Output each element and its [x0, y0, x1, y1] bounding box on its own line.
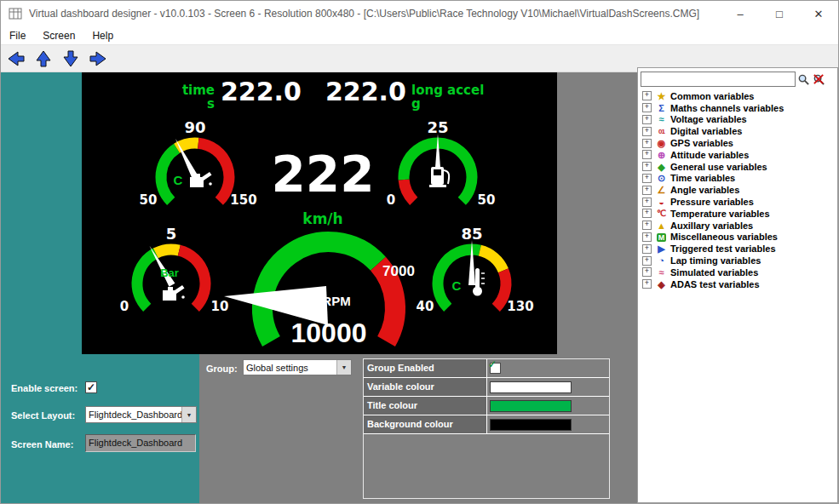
- maximize-button[interactable]: □: [760, 1, 799, 26]
- title-bar: Virtual dashboard designer - v10.0.103 -…: [1, 1, 838, 26]
- minimize-button[interactable]: –: [721, 1, 760, 26]
- search-icon: [797, 73, 810, 86]
- tree-item-attitude[interactable]: Attitude variables: [642, 149, 836, 161]
- clear-search-button[interactable]: [811, 72, 826, 87]
- chevron-down-icon[interactable]: [181, 407, 196, 422]
- background-colour-swatch[interactable]: [490, 419, 572, 431]
- lap-timing-icon: [655, 255, 668, 266]
- tree-item-label: Digital variables: [670, 126, 742, 136]
- expand-icon[interactable]: [642, 186, 652, 195]
- group-dropdown[interactable]: Global settings: [243, 359, 352, 375]
- group-label: Group:: [206, 364, 238, 374]
- expand-icon[interactable]: [642, 91, 652, 100]
- maths-channels-icon: [655, 103, 668, 113]
- variable-colour-swatch[interactable]: [490, 381, 572, 393]
- property-value: [487, 359, 609, 377]
- arrow-up-icon: [33, 49, 54, 69]
- search-input[interactable]: [641, 72, 796, 87]
- expand-icon[interactable]: [642, 244, 652, 254]
- rpm-value: 10000: [291, 318, 367, 348]
- left-margin-panel: [1, 72, 82, 354]
- triggered-test-icon: [655, 243, 668, 254]
- tree-item-label: GPS variables: [670, 138, 733, 148]
- tree-item-label: Temperature variables: [670, 209, 770, 219]
- chevron-down-icon[interactable]: [336, 360, 351, 375]
- tree-item-digital[interactable]: Digital variables: [642, 125, 836, 137]
- tree-item-miscellaneous[interactable]: Miscellaneous variables: [642, 232, 836, 243]
- app-icon: [9, 7, 22, 20]
- expand-icon[interactable]: [642, 115, 652, 124]
- time-label: time s: [167, 83, 215, 111]
- digital-icon: [655, 125, 668, 137]
- rpm-label: RPM: [322, 294, 350, 308]
- tree-item-gps[interactable]: GPS variables: [642, 137, 836, 149]
- menu-help[interactable]: Help: [83, 30, 122, 42]
- expand-icon[interactable]: [642, 232, 652, 242]
- tree-item-label: Miscellaneous variables: [670, 232, 778, 242]
- property-name: Group Enabled: [364, 359, 487, 377]
- search-button[interactable]: [796, 72, 811, 87]
- tree-item-adas-test[interactable]: ADAS test variables: [642, 278, 836, 290]
- close-button[interactable]: ✕: [799, 1, 838, 26]
- water-temp-gauge: C: [421, 231, 523, 337]
- expand-icon[interactable]: [642, 267, 652, 277]
- tree-item-simulated[interactable]: Simulated variables: [642, 266, 836, 278]
- screen-name-label: Screen Name:: [11, 439, 73, 450]
- tree-item-auxillary[interactable]: Auxillary variables: [642, 220, 836, 232]
- general-use-icon: [655, 162, 668, 172]
- angle-icon: [655, 185, 668, 195]
- tree-item-temperature[interactable]: Temperature variables: [642, 208, 836, 220]
- tree-item-angle[interactable]: Angle variables: [642, 184, 836, 196]
- tree-item-voltage[interactable]: Voltage variables: [642, 114, 836, 126]
- expand-icon[interactable]: [642, 103, 652, 112]
- tree-item-triggered-test[interactable]: Triggered test variables: [642, 243, 836, 255]
- property-value: [487, 378, 609, 396]
- menu-file[interactable]: File: [1, 30, 34, 42]
- tree-item-label: Lap timing variables: [670, 255, 761, 266]
- property-row-variable-colour: Variable colour: [364, 378, 609, 397]
- app-window: Virtual dashboard designer - v10.0.103 -…: [0, 0, 839, 504]
- expand-icon[interactable]: [642, 162, 652, 171]
- expand-icon[interactable]: [642, 279, 652, 289]
- oil-temp-unit: C: [174, 173, 183, 187]
- window-title: Virtual dashboard designer - v10.0.103 -…: [29, 8, 699, 20]
- nav-right-button[interactable]: [86, 47, 110, 71]
- search-clear-icon: [813, 73, 825, 86]
- tree-item-label: Simulated variables: [670, 267, 758, 278]
- enable-screen-checkbox[interactable]: [85, 381, 97, 393]
- enable-screen-label: Enable screen:: [11, 383, 78, 393]
- menu-screen[interactable]: Screen: [34, 30, 83, 42]
- layout-dropdown[interactable]: Flightdeck_Dashboard: [85, 406, 197, 423]
- oil-temp-gauge: C: [144, 124, 246, 231]
- expand-icon[interactable]: [642, 209, 652, 218]
- tree-item-label: Voltage variables: [670, 114, 747, 124]
- expand-icon[interactable]: [642, 220, 652, 230]
- tree-item-pressure[interactable]: Pressure variables: [642, 196, 836, 208]
- tree-item-label: ADAS test variables: [670, 279, 760, 289]
- tree-item-common[interactable]: Common variables: [642, 90, 836, 102]
- expand-icon[interactable]: [642, 174, 652, 183]
- screen-name-input[interactable]: Flightdeck_Dashboard: [85, 434, 196, 452]
- nav-down-button[interactable]: [59, 47, 83, 71]
- expand-icon[interactable]: [642, 139, 652, 148]
- variables-panel: Common variables Maths channels variable…: [637, 67, 838, 503]
- tree-item-time[interactable]: Time variables: [642, 173, 836, 185]
- menu-bar: File Screen Help: [1, 26, 838, 45]
- nav-left-button[interactable]: [4, 47, 28, 71]
- expand-icon[interactable]: [642, 256, 652, 266]
- title-colour-swatch[interactable]: [490, 400, 572, 412]
- tree-item-label: Triggered test variables: [670, 243, 776, 254]
- expand-icon[interactable]: [642, 150, 652, 159]
- tree-item-general-use[interactable]: General use variables: [642, 161, 836, 173]
- expand-icon[interactable]: [642, 198, 652, 207]
- expand-icon[interactable]: [642, 127, 652, 136]
- time-value: 222.0: [221, 77, 302, 106]
- property-value: [487, 397, 609, 415]
- tree-item-maths[interactable]: Maths channels variables: [642, 102, 836, 114]
- group-enabled-checkbox[interactable]: [490, 363, 501, 374]
- nav-up-button[interactable]: [32, 47, 55, 71]
- pressure-gauge: Bar: [120, 231, 222, 337]
- tree-item-lap-timing[interactable]: Lap timing variables: [642, 255, 836, 266]
- property-row-background-colour: Background colour: [364, 415, 609, 434]
- dashboard-preview[interactable]: time s 222.0 222.0 long accel g 222 km/h…: [82, 72, 557, 354]
